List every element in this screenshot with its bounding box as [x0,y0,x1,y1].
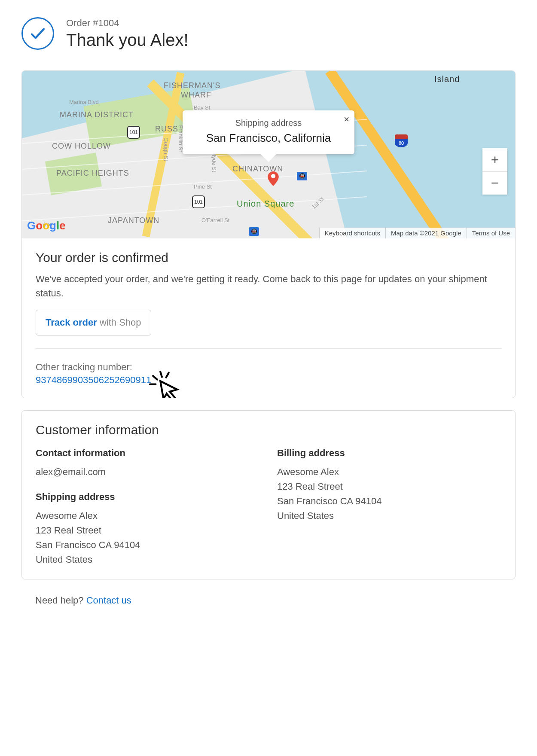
map-label-marina-district: MARINA DISTRICT [60,110,134,119]
shipping-address-heading: Shipping address [36,491,260,503]
tooltip-title: Shipping address [200,118,337,128]
map-label-ofarrell: O'Farrell St [201,217,229,223]
shipping-street: 123 Real Street [36,523,260,538]
map-label-fishermans: FISHERMAN'S [164,81,220,90]
transit-icon: 🚇 [297,172,307,180]
close-icon[interactable]: × [344,114,349,125]
map-label-japantown: JAPANTOWN [108,216,159,225]
customer-info-card: Customer information Contact information… [21,410,516,579]
confirmed-text: We've accepted your order, and we're get… [36,272,501,300]
map-label-hyde: Hyde St [211,152,217,172]
billing-city: San Francisco CA 94104 [277,494,501,509]
map-label-bay-st: Bay St [194,104,210,111]
hw-101-shield-icon: 101 [127,126,140,139]
customer-info-title: Customer information [36,423,501,437]
shipping-city: San Francisco CA 94104 [36,538,260,552]
map-data-label: Map data ©2021 Google [385,228,467,238]
map-label-pacific-heights: PACIFIC HEIGHTS [56,169,129,178]
map-label-island: Island [434,74,460,84]
map-attribution: Keyboard shortcuts Map data ©2021 Google… [319,228,515,238]
map[interactable]: Island FISHERMAN'S WHARF Marina Blvd MAR… [22,71,515,238]
map-label-cow-hollow: COW HOLLOW [52,142,111,151]
billing-address-heading: Billing address [277,448,501,459]
tooltip-location: San Francisco, California [200,131,337,145]
map-tooltip: × Shipping address San Francisco, Califo… [183,110,354,154]
map-label-union-square: Union Square [237,199,294,209]
zoom-in-button[interactable]: + [482,148,507,171]
tracking-label: Other tracking number: [36,362,501,373]
zoom-control: + − [482,148,507,195]
shipping-name: Awesome Alex [36,509,260,523]
keyboard-shortcuts-link[interactable]: Keyboard shortcuts [319,228,385,238]
zoom-out-button[interactable]: − [482,171,507,195]
hw-80-shield-icon: 80 [395,134,408,147]
hw-101-shield-icon: 101 [192,195,205,208]
order-number: Order #1004 [66,18,189,29]
svg-line-0 [160,372,162,377]
cursor-click-icon [148,369,181,398]
transit-icon: 🚇 [249,227,259,236]
map-label-wharf: WHARF [181,91,211,100]
contact-email: alex@email.com [36,465,260,479]
tracking-number-link[interactable]: 9374869903506252690911 [36,375,151,385]
google-logo: Google [27,219,66,232]
help-prefix: Need help? [35,595,86,606]
track-order-button[interactable]: Track order with Shop [36,310,151,335]
checkmark-icon [21,17,54,50]
contact-info-heading: Contact information [36,448,260,459]
svg-line-3 [166,373,169,378]
billing-street: 123 Real Street [277,479,501,494]
map-label-gough: Gough St [163,137,169,161]
map-label-pine: Pine St [194,183,212,190]
confirmed-title: Your order is confirmed [36,250,501,265]
map-pin-icon [266,171,281,186]
help-footer: Need help? Contact us [21,591,516,610]
order-header: Order #1004 Thank you Alex! [21,17,516,50]
terms-link[interactable]: Terms of Use [467,228,515,238]
billing-name: Awesome Alex [277,465,501,479]
billing-country: United States [277,509,501,523]
divider [36,348,501,349]
thank-you-message: Thank you Alex! [66,30,189,50]
contact-us-link[interactable]: Contact us [86,595,131,606]
order-confirmed-card: Island FISHERMAN'S WHARF Marina Blvd MAR… [21,70,516,398]
map-label-russ: RUSS [155,125,178,134]
svg-line-1 [153,376,157,380]
map-label-marina-blvd: Marina Blvd [69,99,99,105]
shipping-country: United States [36,552,260,567]
